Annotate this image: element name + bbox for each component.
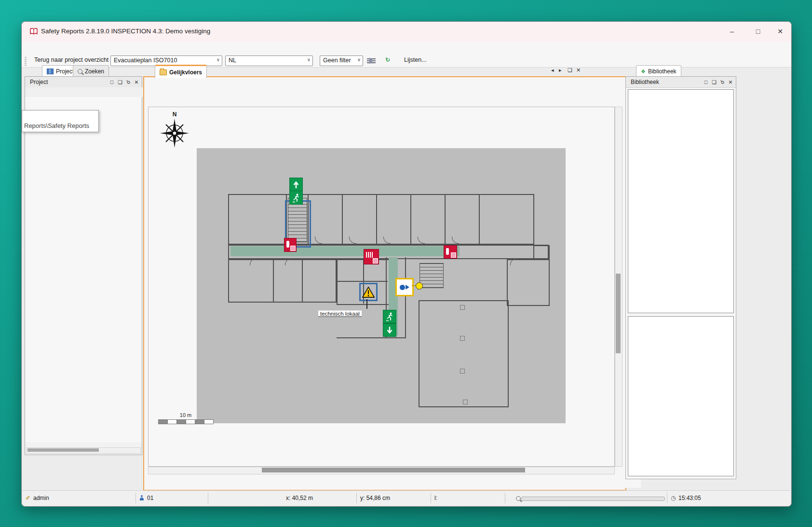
bottom-tabstrip — [144, 474, 641, 488]
status-y: y: 54,86 cm — [360, 495, 390, 501]
window-title: Safety Reports 2.8.19.0 INSPECTION 4.3: … — [41, 28, 210, 35]
furniture — [460, 369, 465, 374]
pin-panel-button[interactable]: ⚲ — [717, 77, 728, 88]
project-panel: Project □ ❏ ⚲ ✕ — [25, 76, 142, 455]
building-top-wing — [228, 194, 534, 245]
fire-hose-sign[interactable] — [364, 249, 379, 264]
status-l: l: — [434, 495, 437, 501]
wall — [410, 194, 411, 245]
side-exit-vestibule — [533, 245, 550, 259]
location-dot-icon — [400, 285, 405, 290]
scrollbar-thumb[interactable] — [262, 468, 525, 472]
tech-room-label[interactable]: technisch lokaal — [318, 311, 362, 317]
tab-search[interactable]: Zoeken — [73, 65, 109, 77]
next-drawing-icon[interactable]: ▸ — [559, 67, 562, 73]
maximize-panel-button[interactable]: □ — [108, 78, 116, 86]
back-to-project-button[interactable]: Terug naar project overzicht — [34, 56, 108, 63]
project-panel-header: Project □ ❏ ⚲ ✕ — [25, 77, 142, 88]
exit-up-sign[interactable] — [289, 178, 303, 192]
path-tooltip: Reports\Safety Reports — [22, 110, 99, 132]
scrollbar-thumb[interactable] — [616, 274, 621, 353]
wall — [302, 259, 303, 303]
exit-down-arrow-sign[interactable] — [383, 323, 396, 337]
panel-title: Project — [30, 79, 48, 85]
drawing-toolbar-row1 — [144, 77, 628, 92]
wall — [273, 259, 274, 303]
app-icon — [29, 28, 38, 37]
titlebar: Safety Reports 2.8.19.0 INSPECTION 4.3: … — [22, 22, 791, 42]
drawing-panel: N — [143, 76, 626, 491]
minimize-button[interactable]: – — [725, 25, 739, 38]
you-are-here-sign[interactable] — [395, 278, 414, 296]
drawing-toolbar-row2 — [144, 92, 628, 106]
panel-title: Bibliotheek — [631, 79, 659, 85]
furniture — [463, 400, 468, 404]
compass-rose: N — [159, 111, 190, 152]
building-lower-left-wing — [228, 259, 337, 303]
clock-icon: ◷ — [671, 495, 676, 501]
fire-extinguisher-sign[interactable] — [284, 238, 297, 252]
anchor-handle[interactable] — [416, 282, 423, 290]
app-window: Safety Reports 2.8.19.0 INSPECTION 4.3: … — [21, 21, 792, 507]
toolbar-grip — [25, 56, 27, 66]
chevron-down-icon: ∨ — [357, 57, 361, 62]
leader-line — [366, 299, 367, 309]
drawing-canvas[interactable]: N — [148, 107, 615, 467]
lists-button[interactable]: Lijsten... — [404, 56, 427, 63]
edit-icon: ✐ — [26, 495, 30, 501]
wall — [342, 194, 343, 245]
wall — [337, 281, 388, 282]
refresh-icon[interactable]: ↻ — [385, 56, 390, 63]
maximize-button[interactable]: □ — [751, 25, 765, 38]
book-icon — [47, 69, 54, 74]
library-item-list — [628, 316, 734, 476]
tab-library[interactable]: ❖ Bibliotheek — [636, 65, 681, 77]
project-panel-toolbar — [25, 87, 147, 97]
language-select[interactable]: NL ∨ — [225, 55, 313, 66]
project-tree — [25, 97, 142, 442]
menubar — [22, 42, 792, 55]
chevron-down-icon: ∨ — [217, 57, 220, 62]
maximize-panel-button[interactable]: □ — [702, 78, 710, 86]
pin-panel-button[interactable]: ⚲ — [123, 77, 134, 88]
project-tree-hscrollbar[interactable] — [26, 447, 141, 454]
scale-bar: 10 m — [154, 412, 217, 426]
status-user: admin — [33, 495, 49, 501]
exit-running-man-sign[interactable] — [383, 310, 396, 323]
wall — [337, 337, 405, 338]
library-category-list — [628, 89, 734, 313]
float-drawing-icon[interactable]: ❏ — [568, 67, 572, 73]
tab-drawing[interactable]: Gelijkvloers — [155, 65, 207, 78]
evacuation-route-horizontal — [230, 246, 460, 256]
fire-extinguisher-sign[interactable] — [444, 245, 457, 259]
status-time: 15:43:05 — [678, 495, 701, 501]
selected-warning-sign[interactable] — [359, 283, 378, 301]
filter-select[interactable]: Geen filter ∨ — [320, 55, 363, 66]
server-room — [507, 259, 550, 306]
canvas-hscrollbar[interactable] — [148, 467, 615, 474]
scrollbar-thumb[interactable] — [27, 448, 99, 452]
canvas-vscrollbar[interactable] — [615, 107, 623, 467]
stairwell-center — [420, 263, 444, 288]
direction-triangle-icon — [406, 285, 409, 290]
filter-icon[interactable] — [367, 57, 376, 64]
close-panel-button[interactable]: ✕ — [727, 78, 734, 86]
library-icon: ❖ — [641, 69, 646, 75]
statusbar: ✐ admin 01 x: 40,52 m y: 54,86 cm l: ◷ 1… — [23, 490, 790, 505]
exit-running-man-sign[interactable] — [289, 191, 303, 205]
chevron-down-icon: ∨ — [307, 57, 311, 62]
wall — [445, 194, 446, 245]
close-button[interactable]: ✕ — [773, 25, 787, 38]
search-icon — [78, 69, 82, 74]
furniture — [460, 305, 465, 310]
zoom-icon — [516, 496, 521, 501]
close-panel-button[interactable]: ✕ — [133, 78, 140, 86]
folder-icon — [160, 69, 167, 75]
prev-drawing-icon[interactable]: ◂ — [551, 67, 554, 73]
status-badge: 01 — [147, 495, 153, 501]
close-drawing-icon[interactable]: ✕ — [576, 67, 581, 73]
library-panel-header: Bibliotheek □ ❏ ⚲ ✕ — [626, 77, 736, 88]
library-panel: Bibliotheek □ ❏ ⚲ ✕ — [625, 76, 736, 479]
zoom-slider[interactable] — [521, 497, 665, 501]
wall — [479, 194, 480, 245]
